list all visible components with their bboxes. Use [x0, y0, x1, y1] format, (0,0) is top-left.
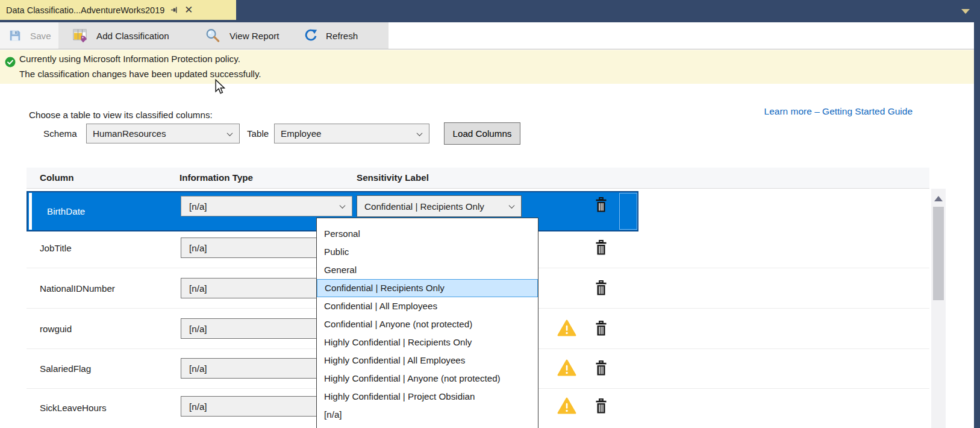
add-classification-label: Add Classification [96, 31, 169, 41]
banner-message-line2: The classification changes have been upd… [19, 69, 261, 79]
dropdown-item[interactable]: Highly Confidential | Recipients Only [317, 333, 538, 351]
load-columns-button[interactable]: Load Columns [444, 122, 520, 145]
information-type-dropdown[interactable]: [n/a] [181, 196, 352, 216]
column-name: SalariedFlag [40, 349, 91, 388]
magnifier-icon [205, 28, 221, 44]
sensitivity-label-dropdown[interactable]: Confidential | Recipients Only [357, 195, 522, 217]
warning-icon [557, 319, 576, 337]
dropdown-item[interactable]: [n/a] [317, 406, 538, 424]
add-classification-button[interactable]: Add Classification [72, 22, 169, 49]
scrollbar-up-arrow-icon[interactable] [934, 196, 943, 201]
dropdown-item[interactable]: Highly Confidential | All Employees [317, 351, 538, 370]
delete-classification-icon[interactable] [595, 360, 607, 376]
delete-classification-icon[interactable] [595, 321, 607, 336]
dropdown-item-highlighted[interactable]: Confidential | Recipients Only [317, 279, 538, 297]
chevron-down-icon [340, 203, 346, 209]
selected-row-stripe [29, 193, 32, 230]
tab-title: Data Classificatio...AdventureWorks2019 [6, 5, 164, 15]
information-type-value: [n/a] [189, 401, 207, 412]
table-value: Employee [281, 128, 322, 139]
dropdown-item[interactable]: Confidential | Anyone (not protected) [317, 315, 538, 333]
dropdown-item[interactable]: Personal [317, 225, 538, 243]
column-name: JobTitle [40, 228, 72, 268]
mouse-cursor [214, 79, 225, 95]
grid-header: Column Information Type Sensitivity Labe… [27, 168, 929, 189]
dropdown-item[interactable]: General [317, 261, 538, 279]
chevron-down-icon [417, 130, 423, 136]
information-type-value: [n/a] [189, 363, 207, 374]
dropdown-item[interactable]: Highly Confidential | Project Obsidian [317, 388, 538, 406]
refresh-label: Refresh [326, 31, 358, 41]
policy-message-banner: Currently using Microsoft Information Pr… [0, 50, 974, 84]
document-tab-strip: Data Classificatio...AdventureWorks2019 … [0, 0, 980, 22]
warning-icon [557, 359, 576, 377]
warning-icon [557, 397, 576, 415]
schema-value: HumanResources [93, 128, 166, 139]
choose-table-prompt: Choose a table to view its classified co… [29, 110, 213, 120]
column-name: NationalIDNumber [40, 268, 115, 308]
table-label: Table [247, 128, 269, 139]
add-classification-icon [72, 28, 88, 43]
delete-classification-icon[interactable] [595, 280, 607, 296]
view-report-label: View Report [229, 31, 279, 41]
column-name: SickLeaveHours [40, 389, 107, 426]
column-name: BirthDate [47, 191, 85, 231]
information-type-value: [n/a] [189, 324, 207, 334]
schema-dropdown[interactable]: HumanResources [86, 124, 240, 143]
save-button[interactable]: Save [8, 22, 51, 49]
dropdown-item[interactable]: Public [317, 243, 538, 261]
header-sensitivity-label: Sensitivity Label [357, 172, 429, 183]
window-border [974, 0, 980, 428]
schema-label: Schema [43, 128, 77, 139]
sensitivity-dropdown-list: Personal Public General Confidential | R… [316, 218, 538, 428]
scrollbar-thumb[interactable] [933, 207, 944, 300]
data-classification-window: Data Classificatio...AdventureWorks2019 … [0, 0, 980, 428]
chevron-down-icon [509, 203, 515, 209]
banner-message-line1: Currently using Microsoft Information Pr… [19, 54, 240, 64]
sensitivity-label-value: Confidential | Recipients Only [364, 201, 484, 212]
chevron-down-icon [227, 130, 233, 136]
delete-classification-icon[interactable] [595, 240, 607, 256]
header-column: Column [40, 172, 74, 183]
view-report-button[interactable]: View Report [205, 22, 279, 49]
toolbar: Save Add Classification View Report [0, 22, 974, 49]
header-information-type: Information Type [179, 172, 253, 183]
refresh-icon [303, 28, 317, 43]
dropdown-item[interactable]: Highly Confidential | Anyone (not protec… [317, 370, 538, 388]
success-check-icon [5, 57, 16, 68]
dropdown-item[interactable]: Confidential | All Employees [317, 297, 538, 315]
refresh-button[interactable]: Refresh [303, 22, 358, 49]
information-type-value: [n/a] [189, 201, 207, 212]
save-icon [8, 29, 22, 42]
information-type-value: [n/a] [189, 243, 207, 253]
close-icon[interactable]: ✕ [184, 5, 193, 15]
delete-classification-icon[interactable] [595, 398, 607, 414]
pin-icon[interactable] [170, 6, 178, 14]
column-name: rowguid [40, 309, 72, 348]
tab-data-classification[interactable]: Data Classificatio...AdventureWorks2019 … [0, 0, 236, 20]
table-dropdown[interactable]: Employee [274, 124, 429, 143]
focused-cell-outline [619, 193, 637, 230]
window-list-chevron-icon[interactable] [961, 9, 970, 14]
information-type-value: [n/a] [189, 283, 207, 294]
save-label: Save [30, 31, 51, 41]
delete-classification-icon[interactable] [595, 197, 607, 213]
learn-more-link[interactable]: Learn more – Getting Started Guide [764, 106, 913, 117]
